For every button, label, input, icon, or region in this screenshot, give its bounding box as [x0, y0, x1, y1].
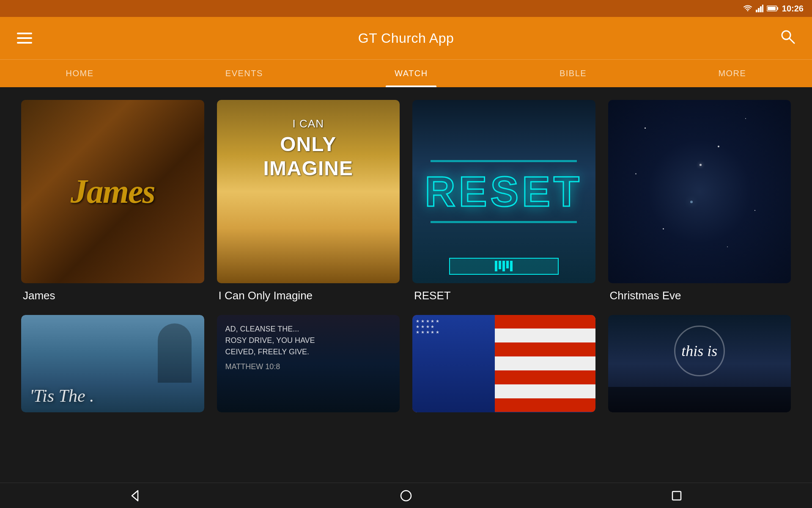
back-button[interactable]	[123, 483, 148, 508]
home-button[interactable]	[393, 483, 419, 508]
tab-events[interactable]: EVENTS	[217, 60, 272, 87]
menu-button[interactable]	[17, 33, 32, 44]
grid-row-2: 'Tis The . AD, CLEANSE THE... ROSY DRIVE…	[21, 315, 791, 412]
svg-rect-3	[762, 5, 763, 12]
nav-tabs: HOME EVENTS WATCH BIBLE MORE	[0, 59, 812, 87]
thumb-imagine: I CAN ONLYIMAGINE	[217, 100, 400, 283]
status-bar-right: 10:26	[743, 4, 804, 14]
svg-rect-5	[777, 7, 778, 10]
thumb-james: James	[21, 100, 204, 283]
card-thisis[interactable]: this is	[608, 315, 791, 412]
recent-icon	[671, 490, 683, 502]
svg-marker-9	[132, 491, 138, 501]
svg-rect-6	[768, 7, 776, 10]
svg-rect-0	[756, 10, 757, 12]
search-button[interactable]	[780, 29, 795, 47]
tab-bible[interactable]: BIBLE	[551, 60, 595, 87]
card-label-christmas: Christmas Eve	[608, 289, 791, 302]
card-label-reset: RESET	[412, 289, 595, 302]
card-matthew[interactable]: AD, CLEANSE THE... ROSY DRIVE, YOU HAVE …	[217, 315, 400, 412]
bottom-nav	[0, 483, 812, 508]
search-icon	[780, 29, 795, 44]
thumb-flag: ★ ★ ★ ★ ★★ ★ ★ ★★ ★ ★ ★ ★	[412, 315, 595, 412]
back-icon	[129, 489, 142, 502]
battery-icon	[767, 5, 779, 12]
card-tis[interactable]: 'Tis The .	[21, 315, 204, 412]
card-james[interactable]: James James	[21, 100, 204, 302]
grid-row-1: James James I CAN ONLYIMAGINE I Can Only…	[21, 100, 791, 302]
thumb-thisis: this is	[608, 315, 791, 412]
content-area: James James I CAN ONLYIMAGINE I Can Only…	[0, 87, 812, 483]
status-bar: 10:26	[0, 0, 812, 17]
tab-home[interactable]: HOME	[58, 60, 102, 87]
card-imagine[interactable]: I CAN ONLYIMAGINE I Can Only Imagine	[217, 100, 400, 302]
svg-rect-1	[758, 8, 760, 12]
home-icon	[399, 489, 413, 502]
svg-rect-11	[672, 491, 681, 500]
thumb-christmas	[608, 100, 791, 283]
thumb-tis: 'Tis The .	[21, 315, 204, 412]
thumb-reset: RESET	[412, 100, 595, 283]
card-label-james: James	[21, 289, 204, 302]
thumb-matthew: AD, CLEANSE THE... ROSY DRIVE, YOU HAVE …	[217, 315, 400, 412]
wifi-icon	[743, 5, 752, 12]
svg-line-8	[790, 39, 794, 43]
signal-icon	[756, 5, 763, 12]
tab-watch[interactable]: WATCH	[386, 60, 436, 87]
svg-rect-2	[760, 6, 762, 12]
recent-button[interactable]	[664, 483, 689, 508]
app-title: GT Church App	[358, 30, 454, 46]
card-flag[interactable]: ★ ★ ★ ★ ★★ ★ ★ ★★ ★ ★ ★ ★	[412, 315, 595, 412]
card-christmas[interactable]: Christmas Eve	[608, 100, 791, 302]
app-bar: GT Church App	[0, 17, 812, 59]
status-time: 10:26	[782, 4, 804, 14]
tab-more[interactable]: MORE	[710, 60, 754, 87]
card-label-imagine: I Can Only Imagine	[217, 289, 400, 302]
svg-point-10	[401, 491, 411, 501]
card-reset[interactable]: RESET	[412, 100, 595, 302]
